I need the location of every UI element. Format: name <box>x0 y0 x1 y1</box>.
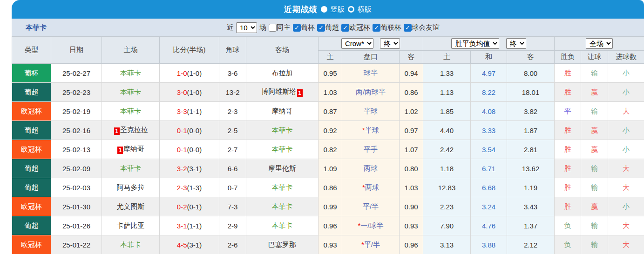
competition-checkbox-pu-chao[interactable] <box>317 24 325 32</box>
handicap-cell: 半球 <box>342 102 400 121</box>
competition-checkbox-ou-guan[interactable] <box>341 24 349 32</box>
match-date-cell: 25-02-03 <box>51 178 102 197</box>
same-home-checkbox[interactable] <box>269 24 277 32</box>
competition-checkbox-pu-bei[interactable] <box>293 24 301 32</box>
handicap-result-value: 输 <box>591 164 598 172</box>
corners-value: 6-6 <box>228 165 238 173</box>
halftime-score: (1-1) <box>187 222 202 230</box>
home-odds-cell: 0.87 <box>319 102 342 121</box>
competition-checkbox-pu-lian[interactable] <box>373 24 380 32</box>
goals-cell: 大 <box>608 178 644 197</box>
avg-draw-value: 8.22 <box>482 88 495 96</box>
avg-home-value: 2.42 <box>440 146 454 154</box>
match-date: 25-01-22 <box>62 241 90 249</box>
result-cell: 胜 <box>555 178 581 197</box>
goals-value: 大 <box>623 164 630 172</box>
goals-value: 大 <box>623 221 630 229</box>
horizontal-layout-label[interactable]: 横版 <box>358 5 372 14</box>
home-odds-value: 0.92 <box>323 127 337 134</box>
result-cell: 胜 <box>555 140 581 159</box>
same-home-label[interactable]: 同主 <box>277 23 291 32</box>
scope-select[interactable]: 全场 <box>586 38 613 49</box>
result-value: 胜 <box>564 145 571 153</box>
filter-controls: 近 10 场 同主 葡杯 葡超 欧冠杯 葡联杯 <box>227 19 440 36</box>
fulltime-score: 0-1 <box>177 146 187 154</box>
match-date-cell: 25-02-13 <box>51 140 102 159</box>
competition-label[interactable]: 葡联杯 <box>380 23 401 32</box>
away-odds-value: 1.02 <box>404 107 418 115</box>
avg-away-cell: 18.01 <box>507 83 555 102</box>
panel-title: 近期战绩 <box>284 4 318 15</box>
halftime-score: (0-0) <box>187 127 202 134</box>
avg-home-value: 1.33 <box>440 69 454 77</box>
recent-count-select[interactable]: 10 <box>236 22 257 33</box>
competition-cell: 欧冠杯 <box>12 102 51 121</box>
score-cell: 0-1(0-0) <box>160 121 219 140</box>
odds-time-select[interactable]: 终 <box>380 38 400 49</box>
corners-cell: 13-2 <box>219 83 246 102</box>
col-header-avg-away: 客 <box>507 51 555 64</box>
fulltime-score: 3-0 <box>177 88 187 96</box>
score-cell: 2-3(1-3) <box>160 178 219 197</box>
team-name: 本菲卡 <box>26 23 47 32</box>
home-odds-cell: 0.86 <box>319 178 342 197</box>
home-team-name: 本菲卡 <box>120 88 141 96</box>
goals-value: 小 <box>623 126 630 134</box>
avg-time-select[interactable]: 终 <box>506 38 526 49</box>
avg-away-value: 13.62 <box>522 165 540 173</box>
table-row: 欧冠杯25-01-30尤文图斯0-2(0-1)7-3本菲卡0.99平/半0.90… <box>12 197 644 216</box>
competition-label[interactable]: 球会友谊 <box>412 23 440 32</box>
away-team-name: 本菲卡 <box>272 126 293 134</box>
goals-cell: 大 <box>608 235 644 254</box>
score-cell: 3-3(1-1) <box>160 102 219 121</box>
away-team-name: 摩里伦斯 <box>268 164 296 172</box>
result-value: 负 <box>564 221 571 229</box>
competition-label[interactable]: 葡杯 <box>301 23 315 32</box>
col-header-date: 日期 <box>51 37 102 64</box>
match-date: 25-02-16 <box>62 127 90 134</box>
avg-draw-cell: 6.68 <box>471 178 507 197</box>
col-header-corners: 角球 <box>219 37 246 64</box>
filter-bar: 本菲卡 近 10 场 同主 葡杯 葡超 欧冠杯 葡联杯 <box>12 19 644 36</box>
handicap-result-cell: 赢 <box>581 140 608 159</box>
corners-cell: 2-6 <box>219 235 246 254</box>
home-team-cell: 本菲卡 <box>102 64 160 83</box>
table-row: 葡杯25-02-27本菲卡1-0(1-0)3-6布拉加0.95球半0.941.3… <box>12 64 644 83</box>
vertical-layout-radio[interactable] <box>321 6 327 13</box>
competition-cell: 葡杯 <box>12 64 51 83</box>
odds-company-select[interactable]: Crow* <box>341 38 373 49</box>
away-team-cell: 本菲卡 <box>246 140 319 159</box>
horizontal-layout-radio[interactable] <box>348 6 354 13</box>
avg-away-cell: 3.43 <box>507 197 555 216</box>
result-cell: 胜 <box>555 121 581 140</box>
avg-draw-cell: 4.08 <box>471 102 507 121</box>
corners-value: 2-6 <box>228 241 238 249</box>
match-date-cell: 25-01-22 <box>51 235 102 254</box>
goals-value: 大 <box>623 107 630 115</box>
away-odds-cell: 0.90 <box>400 197 423 216</box>
score-cell: 4-5(3-1) <box>160 235 219 254</box>
result-value: 胜 <box>564 202 571 210</box>
avg-draw-cell: 3.24 <box>471 197 507 216</box>
results-tbody: 葡杯25-02-27本菲卡1-0(1-0)3-6布拉加0.95球半0.941.3… <box>12 64 644 254</box>
competition-badge: 葡超 <box>25 221 39 229</box>
competition-label[interactable]: 欧冠杯 <box>349 23 370 32</box>
away-odds-value: 0.90 <box>404 203 418 211</box>
goals-cell: 大 <box>608 159 644 178</box>
competition-checkbox-friendly[interactable] <box>404 24 412 32</box>
away-odds-value: 0.97 <box>404 127 418 134</box>
corners-value: 2-5 <box>228 127 238 134</box>
home-odds-cell: 0.95 <box>319 64 342 83</box>
competition-label[interactable]: 葡超 <box>325 23 339 32</box>
home-team-name: 本菲卡 <box>120 69 141 77</box>
avg-type-select[interactable]: 胜平负均值 <box>451 38 499 49</box>
vertical-layout-label[interactable]: 竖版 <box>331 5 345 14</box>
handicap-result-cell: 输 <box>581 216 608 235</box>
corners-value: 3-6 <box>228 69 238 77</box>
away-odds-cell: 1.07 <box>400 140 423 159</box>
handicap-result-value: 输 <box>591 183 598 191</box>
avg-away-value: 1.19 <box>524 184 537 192</box>
result-cell: 胜 <box>555 64 581 83</box>
home-team-cell: 阿马多拉 <box>102 178 160 197</box>
competition-badge: 葡超 <box>25 88 39 96</box>
